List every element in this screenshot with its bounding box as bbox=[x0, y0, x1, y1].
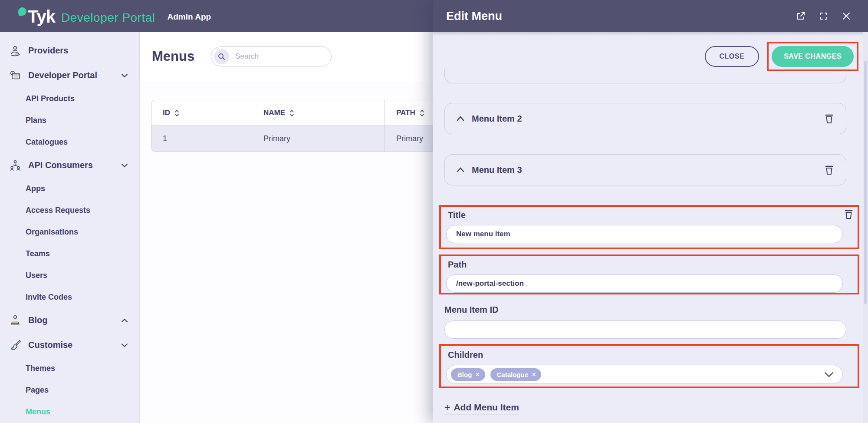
cell-name: Primary bbox=[252, 126, 385, 152]
brand-text: Tyk bbox=[28, 8, 55, 25]
search-input[interactable] bbox=[211, 46, 332, 66]
menu-item-id-label: Menu Item ID bbox=[444, 305, 498, 315]
sidebar-item-pages[interactable]: Pages bbox=[0, 379, 139, 401]
tag-label: Catalogue bbox=[497, 371, 529, 378]
sidebar-item-users[interactable]: Users bbox=[0, 264, 139, 286]
menu-item-card-label: Menu Item 2 bbox=[472, 114, 522, 124]
menu-item-card[interactable]: Menu Item 2 bbox=[444, 103, 846, 134]
title-input[interactable] bbox=[446, 225, 843, 243]
developer-portal-icon: </> bbox=[9, 69, 22, 82]
add-menu-item-label: Add Menu Item bbox=[454, 402, 519, 413]
edit-menu-drawer: Edit Menu CLOSE SAVE C bbox=[433, 0, 868, 423]
title-label: Title bbox=[448, 210, 466, 220]
sidebar-item-menus[interactable]: Menus bbox=[0, 401, 139, 423]
column-label: NAME bbox=[263, 109, 285, 117]
chevron-up-icon bbox=[121, 318, 128, 323]
sidebar-item-api-products[interactable]: API Products bbox=[0, 88, 139, 109]
tag-blog[interactable]: Blog × bbox=[451, 368, 485, 381]
sidebar-item-label: Menus bbox=[26, 407, 50, 416]
providers-icon bbox=[9, 44, 22, 57]
sidebar-item-organisations[interactable]: Organisations bbox=[0, 221, 139, 243]
open-new-window-icon[interactable] bbox=[796, 11, 806, 21]
sidebar: Providers </> Developer Portal API Produ… bbox=[0, 32, 140, 423]
collapse-chevron-icon[interactable] bbox=[456, 116, 465, 121]
sidebar-item-plans[interactable]: Plans bbox=[0, 109, 139, 131]
sidebar-item-label: API Consumers bbox=[28, 160, 93, 170]
page-title: Menus bbox=[152, 49, 194, 64]
chevron-down-icon bbox=[121, 343, 128, 347]
sidebar-item-label: Themes bbox=[26, 364, 55, 373]
sort-icon bbox=[420, 109, 424, 117]
remove-tag-icon[interactable]: × bbox=[532, 371, 536, 377]
drawer-scrollbar[interactable] bbox=[863, 32, 868, 423]
add-menu-item-button[interactable]: + Add Menu Item bbox=[444, 402, 519, 414]
sidebar-item-access-requests[interactable]: Access Requests bbox=[0, 199, 139, 221]
sidebar-item-label: Customise bbox=[28, 340, 72, 350]
trash-icon[interactable] bbox=[843, 208, 854, 222]
scrollbar-thumb[interactable] bbox=[864, 61, 867, 304]
search-field[interactable] bbox=[234, 52, 325, 61]
sidebar-item-catalogues[interactable]: Catalogues bbox=[0, 131, 139, 153]
sidebar-item-customise[interactable]: Customise bbox=[0, 333, 139, 357]
sidebar-item-label: Access Requests bbox=[26, 206, 90, 215]
sort-icon bbox=[289, 109, 294, 117]
sidebar-item-label: Apps bbox=[26, 184, 45, 193]
chevron-down-icon bbox=[121, 73, 128, 78]
sidebar-item-label: Providers bbox=[28, 46, 68, 56]
tyk-leaf-icon bbox=[18, 7, 27, 16]
sidebar-item-label: Invite Codes bbox=[26, 293, 72, 302]
save-changes-button[interactable]: SAVE CHANGES bbox=[772, 46, 854, 67]
trash-icon[interactable] bbox=[824, 164, 835, 176]
trash-icon[interactable] bbox=[824, 113, 835, 125]
column-label: ID bbox=[163, 109, 170, 117]
chevron-down-icon[interactable] bbox=[824, 372, 834, 377]
api-consumers-icon bbox=[9, 159, 22, 172]
cell-id: 1 bbox=[151, 126, 252, 152]
tag-label: Blog bbox=[457, 371, 472, 378]
close-button[interactable]: CLOSE bbox=[705, 46, 760, 67]
drawer-header: Edit Menu bbox=[433, 0, 868, 32]
save-annotation-box: SAVE CHANGES bbox=[767, 42, 858, 71]
close-icon[interactable] bbox=[842, 12, 851, 20]
search-icon bbox=[214, 49, 229, 64]
customise-icon bbox=[9, 339, 22, 352]
sidebar-item-label: Organisations bbox=[26, 228, 78, 237]
collapse-chevron-icon[interactable] bbox=[456, 167, 465, 172]
sidebar-item-providers[interactable]: Providers bbox=[0, 38, 139, 63]
sidebar-item-apps[interactable]: Apps bbox=[0, 178, 139, 199]
menu-item-card-label: Menu Item 3 bbox=[472, 165, 522, 175]
children-label: Children bbox=[448, 350, 483, 360]
column-header-id[interactable]: ID bbox=[151, 100, 252, 126]
tyk-logo[interactable]: Tyk Developer Portal bbox=[18, 7, 155, 25]
remove-tag-icon[interactable]: × bbox=[476, 371, 479, 377]
drawer-title: Edit Menu bbox=[446, 10, 502, 23]
drawer-actions: CLOSE SAVE CHANGES bbox=[705, 42, 858, 71]
app-name: Admin App bbox=[168, 10, 211, 22]
svg-text:</>: </> bbox=[14, 76, 19, 79]
sidebar-item-teams[interactable]: Teams bbox=[0, 243, 139, 264]
path-input[interactable] bbox=[446, 274, 843, 293]
sidebar-item-developer-portal[interactable]: </> Developer Portal bbox=[0, 63, 139, 88]
sidebar-item-api-consumers[interactable]: API Consumers bbox=[0, 153, 139, 178]
drawer-top-shadow bbox=[433, 32, 868, 36]
sidebar-item-blog[interactable]: Blog bbox=[0, 308, 139, 333]
sidebar-item-label: Pages bbox=[26, 386, 49, 395]
menu-item-card[interactable]: Menu Item 3 bbox=[444, 154, 846, 185]
tag-catalogue[interactable]: Catalogue × bbox=[490, 368, 542, 381]
sidebar-item-themes[interactable]: Themes bbox=[0, 357, 139, 379]
column-label: PATH bbox=[396, 109, 415, 117]
sort-icon bbox=[174, 109, 179, 117]
fullscreen-icon[interactable] bbox=[819, 12, 828, 20]
chevron-down-icon bbox=[121, 163, 128, 168]
sidebar-item-label: Teams bbox=[26, 249, 50, 258]
path-field-group: Path bbox=[439, 254, 859, 294]
sidebar-item-label: Plans bbox=[26, 116, 46, 125]
children-select[interactable]: Blog × Catalogue × bbox=[446, 365, 843, 384]
product-name: Developer Portal bbox=[61, 11, 155, 25]
column-header-name[interactable]: NAME bbox=[252, 100, 385, 126]
sidebar-item-label: Blog bbox=[28, 315, 47, 325]
menu-item-id-input[interactable] bbox=[444, 321, 846, 339]
sidebar-item-invite-codes[interactable]: Invite Codes bbox=[0, 286, 139, 308]
children-field-group: Children Blog × Catalogue × bbox=[439, 344, 859, 388]
sidebar-item-label: Developer Portal bbox=[28, 70, 97, 80]
